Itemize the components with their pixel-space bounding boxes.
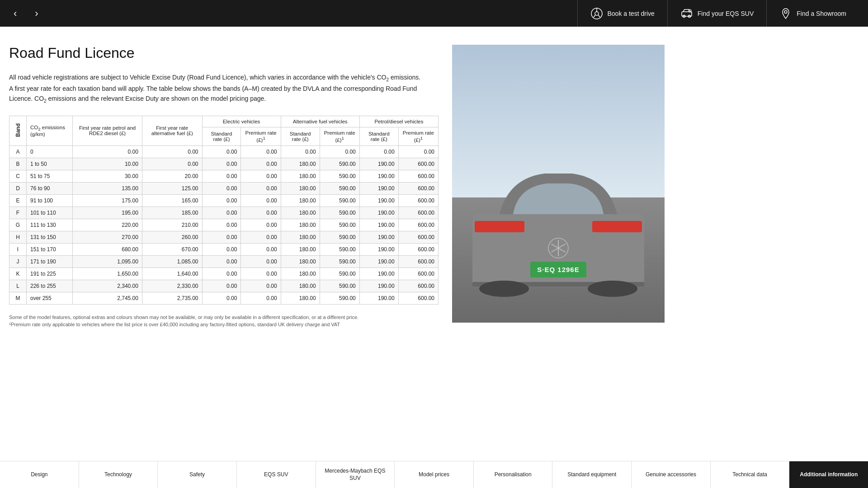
afv-std-cell: 180.00	[281, 292, 320, 304]
table-row: A 0 0.00 0.00 0.00 0.00 0.00 0.00 0.00 0…	[9, 145, 439, 158]
pd-std-cell: 190.00	[359, 182, 398, 194]
ev-prem-cell: 0.00	[241, 231, 281, 243]
find-showroom-label: Find a Showroom	[797, 10, 846, 17]
ev-std-cell: 0.00	[202, 158, 241, 170]
pd-std-cell: 190.00	[359, 206, 398, 219]
afv-prem-cell: 590.00	[320, 182, 359, 194]
pd-prem-cell: 0.00	[398, 145, 438, 158]
petrol-cell: 30.00	[73, 170, 142, 182]
main-content: Road Fund Licence All road vehicle regis…	[0, 27, 868, 338]
pd-prem-cell: 600.00	[398, 158, 438, 170]
co2-cell: 226 to 255	[27, 280, 73, 292]
ev-std-cell: 0.00	[202, 280, 241, 292]
band-cell: A	[9, 145, 27, 158]
afv-prem-cell: 590.00	[320, 206, 359, 219]
afv-prem-cell: 590.00	[320, 267, 359, 280]
bottom-nav-technology[interactable]: Technology	[79, 461, 158, 488]
afv-prem-cell: 590.00	[320, 243, 359, 255]
band-cell: G	[9, 219, 27, 231]
alt-cell: 260.00	[142, 231, 202, 243]
ev-prem-header: Premium rate (£)1	[241, 127, 281, 145]
bottom-nav-additional-information[interactable]: Additional information	[789, 461, 868, 488]
car-image-panel: S·EQ 1296E	[452, 45, 665, 323]
find-showroom-link[interactable]: Find a Showroom	[766, 0, 859, 27]
petrol-cell: 680.00	[73, 243, 142, 255]
band-cell: F	[9, 206, 27, 219]
bottom-nav-design[interactable]: Design	[0, 461, 79, 488]
ev-std-cell: 0.00	[202, 182, 241, 194]
ev-prem-cell: 0.00	[241, 267, 281, 280]
footnote-2: ¹Premium rate only applicable to vehicle…	[9, 321, 439, 328]
afv-std-cell: 180.00	[281, 182, 320, 194]
bottom-navigation: DesignTechnologySafetyEQS SUVMercedes-Ma…	[0, 461, 868, 488]
car-image: S·EQ 1296E	[452, 45, 665, 323]
ev-group-header: Electric vehicles	[202, 116, 281, 127]
find-eqs-suv-label: Find your EQS SUV	[698, 10, 754, 17]
afv-prem-cell: 590.00	[320, 194, 359, 206]
pd-prem-cell: 600.00	[398, 194, 438, 206]
afv-group-header: Alternative fuel vehicles	[281, 116, 359, 127]
pd-std-cell: 190.00	[359, 267, 398, 280]
table-row: G 111 to 130 220.00 210.00 0.00 0.00 180…	[9, 219, 439, 231]
co2-cell: 151 to 170	[27, 243, 73, 255]
pd-prem-header: Premium rate (£)1	[398, 127, 438, 145]
alt-cell: 2,735.00	[142, 292, 202, 304]
petrol-cell: 135.00	[73, 182, 142, 194]
ev-std-cell: 0.00	[202, 206, 241, 219]
bottom-nav-technical-data[interactable]: Technical data	[711, 461, 790, 488]
bottom-nav-model-prices[interactable]: Model prices	[395, 461, 474, 488]
table-row: F 101 to 110 195.00 185.00 0.00 0.00 180…	[9, 206, 439, 219]
bottom-nav-safety[interactable]: Safety	[158, 461, 237, 488]
find-eqs-suv-link[interactable]: Find your EQS SUV	[667, 0, 767, 27]
pd-std-cell: 190.00	[359, 219, 398, 231]
forward-button[interactable]: ›	[30, 4, 42, 23]
bottom-nav-mercedes-maybach[interactable]: Mercedes-Maybach EQS SUV	[316, 461, 395, 488]
ev-prem-cell: 0.00	[241, 255, 281, 267]
pd-std-cell: 190.00	[359, 280, 398, 292]
petrol-cell: 0.00	[73, 145, 142, 158]
afv-std-header: Standard rate (£)	[281, 127, 320, 145]
afv-prem-cell: 590.00	[320, 231, 359, 243]
table-row: L 226 to 255 2,340.00 2,330.00 0.00 0.00…	[9, 280, 439, 292]
co2-cell: 171 to 190	[27, 255, 73, 267]
co2-cell: over 255	[27, 292, 73, 304]
ev-std-header: Standard rate (£)	[202, 127, 241, 145]
bottom-nav-eqs-suv[interactable]: EQS SUV	[237, 461, 316, 488]
afv-std-cell: 180.00	[281, 255, 320, 267]
petrol-cell: 220.00	[73, 219, 142, 231]
book-test-drive-link[interactable]: Book a test drive	[577, 0, 667, 27]
afv-prem-cell: 590.00	[320, 255, 359, 267]
band-cell: I	[9, 243, 27, 255]
table-row: B 1 to 50 10.00 0.00 0.00 0.00 180.00 59…	[9, 158, 439, 170]
ev-prem-cell: 0.00	[241, 206, 281, 219]
co2-cell: 1 to 50	[27, 158, 73, 170]
band-cell: C	[9, 170, 27, 182]
alt-cell: 210.00	[142, 219, 202, 231]
ev-prem-cell: 0.00	[241, 292, 281, 304]
ev-std-cell: 0.00	[202, 292, 241, 304]
svg-rect-13	[475, 221, 524, 232]
alt-cell: 0.00	[142, 158, 202, 170]
ev-prem-cell: 0.00	[241, 158, 281, 170]
pd-std-cell: 190.00	[359, 243, 398, 255]
alt-cell: 1,085.00	[142, 255, 202, 267]
co2-cell: 51 to 75	[27, 170, 73, 182]
afv-prem-cell: 590.00	[320, 219, 359, 231]
back-button[interactable]: ‹	[9, 4, 21, 23]
alt-cell: 125.00	[142, 182, 202, 194]
petrol-cell: 1,095.00	[73, 255, 142, 267]
svg-point-23	[479, 281, 529, 297]
table-row: H 131 to 150 270.00 260.00 0.00 0.00 180…	[9, 231, 439, 243]
top-navigation: ‹ › Book a test drive Find your EQS	[0, 0, 868, 27]
table-row: C 51 to 75 30.00 20.00 0.00 0.00 180.00 …	[9, 170, 439, 182]
bottom-nav-personalisation[interactable]: Personalisation	[474, 461, 553, 488]
car-search-icon	[680, 7, 693, 20]
ev-std-cell: 0.00	[202, 255, 241, 267]
bottom-nav-standard-equipment[interactable]: Standard equipment	[552, 461, 632, 488]
ev-std-cell: 0.00	[202, 267, 241, 280]
petrol-cell: 195.00	[73, 206, 142, 219]
bottom-nav-genuine-accessories[interactable]: Genuine accessories	[632, 461, 711, 488]
afv-std-cell: 180.00	[281, 170, 320, 182]
alt-cell: 2,330.00	[142, 280, 202, 292]
ev-std-cell: 0.00	[202, 243, 241, 255]
